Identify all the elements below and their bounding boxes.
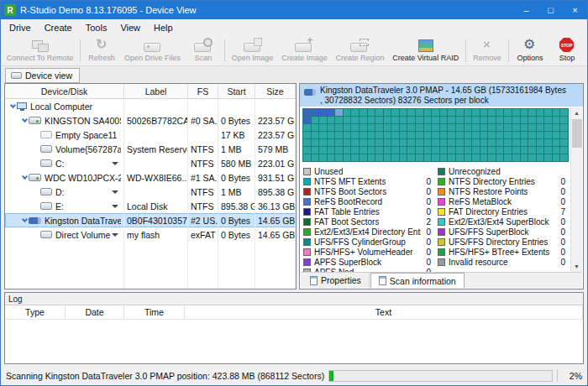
scan-block — [312, 147, 319, 154]
scan-block — [368, 124, 375, 131]
legend-label: APFS SuperBlock — [314, 258, 381, 267]
open-image-button[interactable]: Open Image — [228, 36, 277, 65]
connect-to-remote-button[interactable]: Connect To Remote — [3, 36, 77, 65]
scan-block — [480, 147, 488, 154]
legend-color-swatch — [303, 248, 311, 256]
scan-block — [312, 117, 319, 123]
create-region-button[interactable]: Create Region — [332, 36, 389, 65]
column-header-fs[interactable]: FS — [188, 84, 218, 99]
scan-block — [344, 154, 351, 161]
create-image-button[interactable]: Create Image — [277, 36, 331, 65]
menu-item-tools[interactable]: Tools — [79, 21, 114, 34]
scan-block — [391, 124, 399, 131]
scan-block — [319, 147, 327, 154]
remove-button[interactable]: Remove — [469, 36, 506, 65]
legend-item-invalid-resource: Invalid resource0 — [438, 257, 569, 267]
label-cell: System Reserved — [124, 142, 188, 156]
open-drive-files-button[interactable]: Open Drive Files — [120, 36, 185, 65]
refresh-button[interactable]: Refresh — [83, 36, 120, 65]
scan-block — [375, 109, 383, 116]
scan-block — [432, 124, 439, 131]
chevron-down-icon[interactable] — [112, 162, 118, 165]
tree-row-direct-volume[interactable]: Direct Volumemy flashexFAT0 Bytes14.65 G… — [5, 227, 296, 242]
scan-block — [488, 147, 496, 154]
legend-color-swatch — [438, 188, 445, 196]
expand-collapse-icon[interactable] — [20, 176, 29, 179]
log-column-time[interactable]: Time — [124, 305, 185, 319]
legend-label: NTFS Restore Points — [449, 187, 528, 196]
scan-block — [400, 154, 407, 161]
log-column-type[interactable]: Type — [5, 305, 66, 319]
tree-row-local-computer[interactable]: Local Computer — [5, 99, 296, 113]
scan-block — [456, 139, 464, 146]
window-title: R-Studio Demo 8.13.176095 - Device View — [20, 5, 197, 15]
usb-drive-icon — [304, 89, 316, 96]
chevron-down-icon[interactable] — [112, 233, 118, 237]
scan-block — [384, 154, 391, 161]
scrollbar-thumb[interactable] — [572, 119, 582, 148]
scan-block — [456, 124, 464, 131]
menu-item-create[interactable]: Create — [38, 21, 79, 34]
scan-block — [360, 139, 367, 146]
legend-color-swatch — [438, 248, 445, 256]
scroll-down-icon[interactable]: ▼ — [571, 261, 583, 272]
label-cell: my flash — [124, 227, 188, 242]
expand-collapse-icon[interactable] — [8, 105, 17, 107]
log-column-text[interactable]: Text — [185, 305, 583, 319]
chevron-down-icon[interactable] — [112, 190, 118, 194]
create-image-icon — [293, 38, 315, 53]
legend-label: ReFS BootRecord — [314, 197, 382, 206]
tree-row-wdc-wd10jpcx-24ue4t[interactable]: WDC WD10JPCX-24UE4T...WD-WX8IE66...#1 SA… — [5, 170, 296, 185]
scan-block — [319, 124, 327, 131]
options-button[interactable]: Options — [512, 36, 549, 65]
tree-row-kingston-datatraveler-3[interactable]: Kingston DataTraveler 3...0B0F43010357#2… — [5, 213, 296, 227]
menu-item-drive[interactable]: Drive — [3, 21, 38, 34]
empty-cell — [255, 242, 296, 289]
tab-properties[interactable]: Properties — [302, 273, 370, 288]
scan-block — [553, 154, 560, 161]
size-cell: 223.57 GB — [255, 128, 296, 142]
scan-block — [432, 132, 439, 138]
menu-item-view[interactable]: View — [113, 21, 147, 34]
scroll-up-icon[interactable]: ▲ — [571, 107, 583, 118]
scan-block — [465, 109, 472, 116]
chevron-down-icon[interactable] — [112, 205, 118, 208]
scan-block — [368, 132, 375, 138]
scan-block — [312, 109, 319, 116]
create-virtual-raid-button[interactable]: Create Virtual RAID — [388, 36, 463, 65]
scan-block — [432, 117, 439, 123]
scan-button[interactable]: Scan — [185, 36, 222, 65]
stop-button[interactable]: STOPStop — [549, 36, 585, 65]
scan-block — [384, 117, 391, 123]
close-button[interactable]: × — [563, 1, 587, 19]
column-header-start[interactable]: Start — [218, 84, 255, 99]
column-header-device-disk[interactable]: Device/Disk — [5, 84, 124, 99]
maximize-button[interactable]: □ — [538, 1, 563, 19]
legend-item-ext2-ext3-ext4-directory-entries: Ext2/Ext3/Ext4 Directory Entries0 — [303, 227, 434, 237]
menu-bar: DriveCreateToolsViewHelp — [1, 19, 587, 35]
device-name: C: — [55, 159, 65, 169]
tree-row-volume-567287ae-00[interactable]: Volume{567287ae-00...System ReservedNTFS… — [5, 142, 296, 156]
options-icon — [519, 38, 541, 53]
tab-scan-information[interactable]: Scan information — [370, 273, 465, 288]
column-header-label[interactable]: Label — [124, 84, 188, 99]
expand-collapse-icon[interactable] — [20, 119, 29, 122]
tree-row-empty-space11[interactable]: Empty Space1117 KB223.57 GB — [5, 128, 296, 142]
log-column-date[interactable]: Date — [66, 305, 124, 319]
tree-row-c[interactable]: C:NTFS580 MB223.01 GB — [5, 156, 296, 170]
tree-row-e[interactable]: E:Local DiskNTFS895.38 GB36.13 GB — [5, 199, 296, 213]
expand-collapse-icon[interactable] — [20, 219, 29, 222]
minimize-button[interactable]: – — [514, 1, 538, 19]
column-header-size[interactable]: Size — [255, 84, 296, 99]
scan-block — [537, 117, 544, 123]
menu-item-help[interactable]: Help — [147, 21, 180, 34]
scan-panel-scrollbar[interactable]: ▲ ▼ — [570, 107, 582, 272]
scan-block — [537, 154, 544, 161]
tree-row-kingston-sa400s37240[interactable]: KINGSTON SA400S37240...50026B7782CA...#0… — [5, 113, 296, 128]
tree-row-d[interactable]: D:NTFS1 MB895.38 GB — [5, 185, 296, 199]
legend-label: NTFS Boot Sectors — [314, 187, 386, 196]
scan-block — [560, 139, 568, 146]
tab-device-view[interactable]: Device view — [5, 68, 80, 83]
start-cell: 0 Bytes — [218, 227, 255, 242]
scan-block — [303, 139, 311, 146]
